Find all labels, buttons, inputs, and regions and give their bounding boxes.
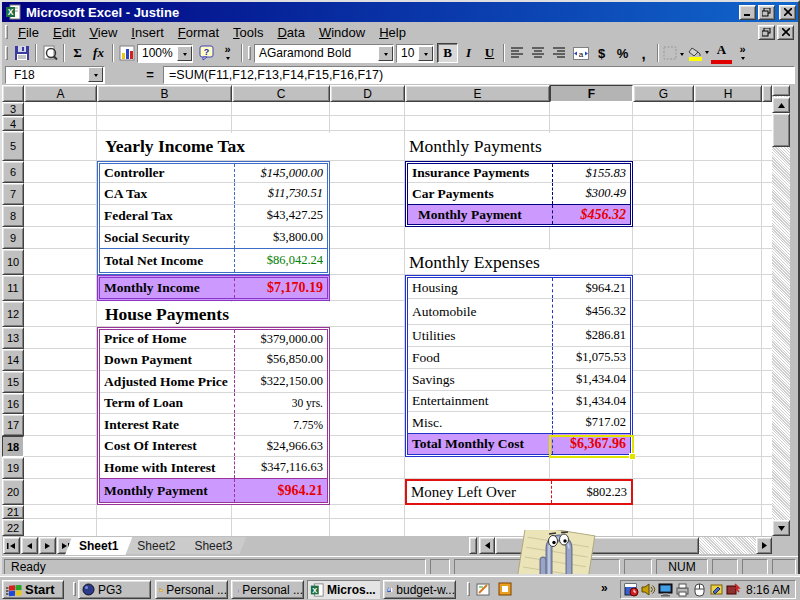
office-assistant-button[interactable]: ? [196, 43, 217, 63]
font-size-dropdown-arrow[interactable] [418, 46, 433, 61]
scroll-down-button[interactable] [772, 520, 790, 536]
column-header-B[interactable]: B [97, 85, 232, 102]
row-header-12[interactable]: 12 [2, 301, 24, 327]
cell-value[interactable]: $1,434.04 [552, 369, 630, 390]
row-header-10[interactable]: 10 [2, 249, 24, 275]
tab-sheet1[interactable]: Sheet1 [65, 537, 132, 555]
menu-window[interactable]: Window [312, 23, 372, 42]
cell-label[interactable]: Interest Rate [100, 414, 234, 435]
cell-value[interactable]: $11,730.51 [234, 183, 327, 204]
section-title-monthly-payments[interactable]: Monthly Payments [409, 133, 631, 160]
cell-label[interactable]: CA Tax [100, 183, 234, 204]
menu-file[interactable]: File [11, 23, 46, 42]
cell-value[interactable]: $155.83 [552, 164, 630, 182]
taskbar-button-personal-folder[interactable]: Personal ... [155, 580, 228, 599]
underline-button[interactable]: U [479, 43, 500, 63]
column-header-H[interactable]: H [694, 85, 762, 102]
cell-value[interactable]: $3,800.00 [234, 227, 327, 248]
row-header-14[interactable]: 14 [2, 349, 24, 371]
row-header-18[interactable]: 18 [2, 436, 24, 457]
font-color-button[interactable]: A [711, 44, 732, 64]
volume-icon[interactable] [641, 582, 656, 597]
cell-value[interactable]: $322,150.00 [234, 371, 327, 392]
cell-value[interactable]: $1,434.04 [552, 391, 630, 411]
cell-label[interactable]: Car Payments [408, 183, 552, 204]
close-button[interactable] [779, 5, 796, 20]
cell-label[interactable]: Savings [408, 369, 552, 390]
row-header-13[interactable]: 13 [2, 327, 24, 349]
taskbar-grip[interactable] [73, 582, 76, 596]
taskbar-more-chevron[interactable]: » [601, 581, 608, 595]
taskbar-button-pg3[interactable]: PG3 [78, 580, 151, 599]
start-button[interactable]: Start [2, 580, 64, 599]
cell-label[interactable]: Food [408, 347, 552, 368]
workbook-close-button[interactable] [777, 25, 794, 40]
cell-value[interactable]: $24,966.63 [234, 436, 327, 456]
cell-value[interactable]: $1,075.53 [552, 347, 630, 368]
taskbar-button-personal-ie[interactable]: ePersonal ... [231, 580, 304, 599]
cell-label[interactable]: Utilities [408, 325, 552, 346]
menu-view[interactable]: View [82, 23, 124, 42]
cell-value[interactable]: $86,042.24 [234, 249, 327, 272]
cell-value[interactable]: $456.32 [552, 299, 630, 324]
font-name-combo[interactable]: AGaramond Bold [254, 44, 394, 63]
cell-value[interactable]: $145,000.00 [234, 164, 327, 182]
cell-value[interactable]: $43,427.25 [234, 205, 327, 226]
column-header-G[interactable]: G [633, 85, 694, 102]
align-right-button[interactable] [549, 43, 570, 63]
taskbar-button-excel[interactable]: XMicros... [307, 580, 380, 599]
name-box[interactable]: F18 [5, 66, 105, 84]
section-title-house-payments[interactable]: House Payments [105, 302, 330, 326]
bold-button[interactable]: B [437, 43, 458, 63]
cell-label[interactable]: Adjusted Home Price [100, 371, 234, 392]
scroll-up-button[interactable] [772, 97, 790, 113]
cell-label[interactable]: Misc. [408, 412, 552, 433]
cell-value[interactable]: $964.21 [234, 479, 327, 502]
quick-launch-media-icon[interactable] [496, 581, 514, 598]
row-header-11[interactable]: 11 [2, 275, 24, 301]
cell-label[interactable]: Federal Tax [100, 205, 234, 226]
column-header-D[interactable]: D [330, 85, 405, 102]
row-header-21[interactable]: 21 [2, 505, 24, 519]
taskbar-clock[interactable]: 8:16 AM [746, 583, 790, 597]
column-header-A[interactable]: A [24, 85, 97, 102]
row-header-20[interactable]: 20 [2, 479, 24, 505]
column-header-E[interactable]: E [405, 85, 550, 102]
cell-value[interactable]: $964.21 [552, 278, 630, 298]
formatting-more-button[interactable]: » [732, 43, 753, 63]
row-header-16[interactable]: 16 [2, 393, 24, 414]
zoom-dropdown-arrow[interactable] [177, 46, 192, 61]
align-left-button[interactable] [507, 43, 528, 63]
tab-sheet2[interactable]: Sheet2 [123, 537, 189, 554]
cell-label[interactable]: Monthly Payment [100, 479, 234, 502]
cell-label[interactable]: Term of Loan [100, 393, 234, 413]
toolbar-more-button[interactable]: » [217, 43, 238, 63]
scroll-right-button[interactable] [756, 537, 772, 554]
cell-value[interactable]: $347,116.63 [234, 457, 327, 478]
cell-label[interactable]: Controller [100, 164, 234, 182]
display-icon[interactable] [658, 582, 673, 597]
chart-wizard-button[interactable] [116, 43, 137, 63]
cell-value[interactable]: $300.49 [552, 183, 630, 204]
toolbar-grip[interactable] [5, 46, 8, 60]
row-header-19[interactable]: 19 [2, 457, 24, 479]
edit-formula-button[interactable]: = [141, 67, 159, 83]
row-header-5[interactable]: 5 [2, 131, 24, 161]
sheet-grid[interactable]: Yearly Income Tax Monthly Payments Month… [24, 102, 772, 536]
section-title-monthly-expenses[interactable]: Monthly Expenses [409, 250, 631, 274]
row-header-15[interactable]: 15 [2, 371, 24, 393]
italic-button[interactable]: I [458, 43, 479, 63]
cell-value[interactable]: $286.81 [552, 325, 630, 346]
menu-edit[interactable]: Edit [46, 23, 82, 42]
row-header-3[interactable]: 3 [2, 102, 24, 116]
cell-value[interactable]: $56,850.00 [234, 349, 327, 370]
column-header-C[interactable]: C [232, 85, 330, 102]
vertical-scrollbar[interactable] [772, 85, 790, 536]
quick-launch-journal-icon[interactable] [474, 581, 492, 598]
comma-style-button[interactable]: , [633, 43, 654, 63]
column-header-partial[interactable] [762, 85, 772, 102]
formula-input[interactable]: =SUM(F11,F12,F13,F14,F15,F16,F17) [163, 66, 795, 84]
toolbar-grip[interactable] [248, 46, 251, 60]
taskbar-grip[interactable] [467, 582, 470, 596]
toolbar-grip[interactable] [5, 25, 8, 39]
